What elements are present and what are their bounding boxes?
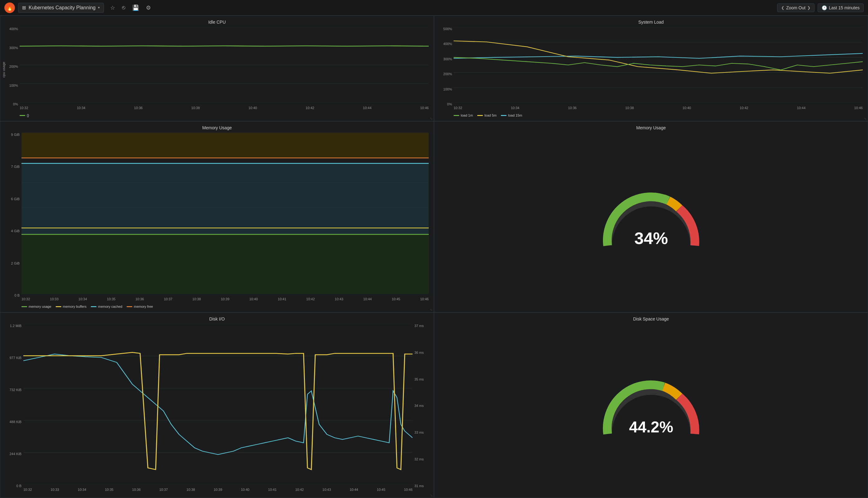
memory-usage-chart-panel: Memory Usage 9 GiB 7 GiB 6 GiB 4 GiB 2 G…: [0, 121, 434, 312]
dashboard-grid: Idle CPU 400% 300% 200% 100% 0% cpu usag…: [0, 15, 868, 498]
legend-label: {}: [27, 114, 29, 117]
disk-io-title: Disk I/O: [5, 316, 429, 322]
legend-item-mem-free: memory free: [127, 305, 153, 309]
idle-cpu-y-axis: 400% 300% 200% 100% 0%: [5, 27, 19, 106]
disk-io-panel: Disk I/O 1.2 MiB 977 KiB 732 KiB 488 KiB…: [0, 312, 434, 498]
y-label: 400%: [9, 27, 18, 31]
svg-text:44.2%: 44.2%: [629, 418, 673, 436]
save-button[interactable]: 💾: [131, 3, 140, 12]
legend-item-mem-cached: memory cached: [91, 305, 122, 309]
topnav-right: ❮ Zoom Out ❯ 🕐 Last 15 minutes: [777, 3, 864, 12]
logo-button[interactable]: 🔥: [4, 2, 15, 13]
legend-label: memory usage: [29, 305, 51, 309]
memory-gauge-container: 34%: [595, 133, 707, 309]
resize-handle[interactable]: ⤡: [430, 308, 432, 312]
dashboard-title: Kubernetes Capacity Planning: [29, 5, 95, 11]
system-load-x-axis: 10:32 10:34 10:36 10:38 10:40 10:42 10:4…: [454, 105, 863, 112]
memory-usage-chart-title: Memory Usage: [5, 125, 429, 130]
time-range-button[interactable]: 🕐 Last 15 minutes: [818, 3, 864, 12]
chevron-down-icon: ▾: [98, 5, 100, 10]
legend-color: [22, 306, 27, 307]
memory-gauge-panel: Memory Usage 34%: [434, 121, 868, 312]
memory-gauge-title: Memory Usage: [636, 125, 666, 130]
resize-handle[interactable]: ⤡: [430, 494, 432, 497]
system-load-y-axis: 500% 400% 300% 200% 100% 0%: [439, 27, 453, 106]
legend-label-load1m: load 1m: [461, 114, 473, 117]
system-load-legend: load 1m load 5m load 15m: [439, 114, 863, 117]
y-label: 300%: [9, 46, 18, 50]
legend-label-load15m: load 15m: [508, 114, 522, 117]
legend-label: memory buffers: [63, 305, 87, 309]
idle-cpu-legend: {}: [5, 114, 429, 117]
legend-color: [91, 306, 97, 307]
dashboard-grid-icon: ⊞: [22, 5, 26, 11]
legend-item-load5m: load 5m: [477, 114, 497, 117]
legend-item-load15m: load 15m: [501, 114, 522, 117]
topnav-actions: ☆ ⎋ 💾 ⚙: [109, 3, 152, 12]
share-button[interactable]: ⎋: [121, 3, 127, 12]
idle-cpu-content: 400% 300% 200% 100% 0% cpu usage: [5, 27, 429, 112]
svg-text:34%: 34%: [634, 229, 668, 247]
topnav: 🔥 ⊞ Kubernetes Capacity Planning ▾ ☆ ⎋ 💾…: [0, 0, 868, 15]
system-load-chart: [454, 27, 863, 103]
zoom-out-button[interactable]: ❮ Zoom Out ❯: [777, 3, 815, 12]
disk-io-y-axis-right: 37 ms 36 ms 35 ms 34 ms 33 ms 32 ms 31 m…: [413, 324, 429, 488]
y-label: 100%: [9, 83, 18, 87]
time-range-label: Last 15 minutes: [829, 5, 859, 10]
legend-item-load1m: load 1m: [454, 114, 473, 117]
y-label: 0%: [13, 102, 18, 106]
svg-rect-11: [22, 133, 429, 158]
star-button[interactable]: ☆: [109, 3, 116, 12]
chevron-left-icon: ❮: [781, 5, 784, 10]
memory-x-axis: 10:32 10:33 10:34 10:35 10:36 10:37 10:3…: [22, 297, 429, 303]
legend-color: [56, 306, 61, 307]
disk-gauge-container: 44.2%: [595, 324, 707, 494]
disk-io-chart: [23, 324, 412, 485]
legend-color-load5m: [477, 115, 483, 116]
memory-usage-chart: [22, 133, 429, 294]
resize-handle[interactable]: ⤡: [864, 117, 866, 120]
zoom-out-label: Zoom Out: [786, 5, 805, 10]
y-axis-label: cpu usage: [2, 62, 5, 78]
idle-cpu-x-axis: 10:32 10:34 10:36 10:38 10:40 10:42 10:4…: [20, 105, 429, 112]
clock-icon: 🕐: [822, 5, 827, 10]
disk-space-gauge-panel: Disk Space Usage 44.2%: [434, 312, 868, 498]
legend-color: [127, 306, 132, 307]
idle-cpu-title: Idle CPU: [5, 19, 429, 25]
dashboard-title-button[interactable]: ⊞ Kubernetes Capacity Planning ▾: [18, 3, 104, 13]
system-load-title: System Load: [439, 19, 863, 25]
disk-io-x-axis: 10:32 10:33 10:34 10:35 10:36 10:37 10:3…: [23, 487, 412, 494]
memory-usage-chart-content: 9 GiB 7 GiB 6 GiB 4 GiB 2 GiB 0 B: [5, 133, 429, 303]
settings-button[interactable]: ⚙: [145, 3, 152, 12]
system-load-panel: System Load 500% 400% 300% 200% 100% 0%: [434, 15, 868, 121]
disk-space-gauge-title: Disk Space Usage: [633, 316, 669, 322]
memory-y-axis: 9 GiB 7 GiB 6 GiB 4 GiB 2 GiB 0 B: [5, 133, 21, 297]
svg-marker-19: [22, 234, 429, 294]
disk-gauge-svg: 44.2%: [595, 375, 707, 443]
legend-item: {}: [20, 114, 29, 117]
memory-gauge-svg: 34%: [595, 186, 707, 255]
legend-label-load5m: load 5m: [484, 114, 497, 117]
resize-handle[interactable]: ⤡: [430, 117, 432, 120]
legend-color-load1m: [454, 115, 459, 116]
legend-item-mem-usage: memory usage: [22, 305, 51, 309]
idle-cpu-chart: [20, 27, 429, 103]
system-load-content: 500% 400% 300% 200% 100% 0%: [439, 27, 863, 112]
disk-io-content: 1.2 MiB 977 KiB 732 KiB 488 KiB 244 KiB …: [5, 324, 429, 494]
legend-item-mem-buffers: memory buffers: [56, 305, 87, 309]
idle-cpu-panel: Idle CPU 400% 300% 200% 100% 0% cpu usag…: [0, 15, 434, 121]
legend-color-load15m: [501, 115, 507, 116]
legend-label: memory cached: [98, 305, 122, 309]
chevron-right-icon: ❯: [807, 5, 810, 10]
legend-color: [20, 115, 25, 116]
memory-legend: memory usage memory buffers memory cache…: [5, 305, 429, 309]
y-label: 200%: [9, 65, 18, 68]
legend-label: memory free: [134, 305, 153, 309]
disk-io-y-axis-left: 1.2 MiB 977 KiB 732 KiB 488 KiB 244 KiB …: [5, 324, 23, 488]
